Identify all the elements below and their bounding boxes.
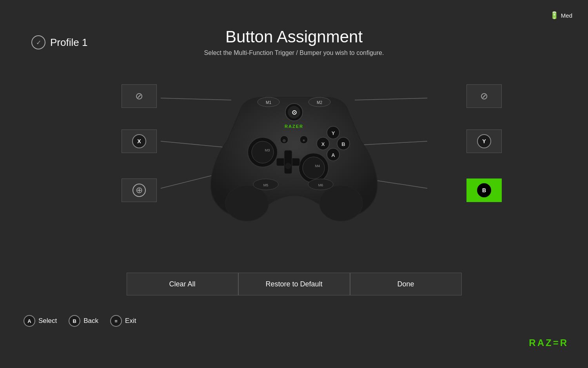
exit-label: Exit (125, 317, 136, 325)
svg-text:X: X (321, 141, 325, 147)
controller-area: ⊙ RAZER M1 M2 M3 M4 M5 (0, 63, 588, 243)
svg-point-19 (303, 157, 325, 179)
svg-point-17 (252, 141, 274, 163)
title-area: Button Assignment Select the Multi-Funct… (0, 27, 588, 56)
main-title: Button Assignment (0, 27, 588, 46)
clear-all-button[interactable]: Clear All (127, 273, 238, 295)
razer-logo: RAZ=R (529, 337, 568, 348)
svg-text:A: A (331, 152, 335, 158)
select-label: Select (38, 317, 57, 325)
svg-text:M5: M5 (263, 183, 269, 187)
nav-back: B Back (69, 315, 98, 327)
a-button-icon: A (24, 315, 35, 327)
svg-text:◎: ◎ (283, 138, 286, 142)
bottom-nav: A Select B Back ≡ Exit (24, 315, 136, 327)
svg-text:M1: M1 (266, 100, 271, 105)
battery-indicator: 🔋 Med (550, 11, 572, 20)
battery-icon: 🔋 (550, 11, 559, 20)
battery-label: Med (561, 12, 572, 19)
svg-point-7 (319, 186, 363, 221)
done-button[interactable]: Done (350, 273, 462, 295)
svg-rect-21 (284, 150, 292, 174)
svg-text:M3: M3 (265, 148, 270, 152)
menu-button-icon: ≡ (110, 315, 122, 327)
svg-point-6 (225, 186, 269, 221)
svg-point-22 (285, 163, 291, 169)
restore-default-button[interactable]: Restore to Default (238, 273, 350, 295)
svg-text:M4: M4 (315, 164, 320, 168)
svg-text:B: B (341, 141, 345, 147)
svg-text:RAZER: RAZER (285, 124, 303, 129)
nav-select: A Select (24, 315, 57, 327)
svg-text:M2: M2 (317, 100, 322, 105)
svg-text:M6: M6 (318, 183, 323, 187)
bottom-buttons: Clear All Restore to Default Done (0, 273, 588, 295)
back-label: Back (83, 317, 98, 325)
nav-exit: ≡ Exit (110, 315, 136, 327)
controller-image: ⊙ RAZER M1 M2 M3 M4 M5 (200, 82, 388, 224)
subtitle: Select the Multi-Function Trigger / Bump… (0, 49, 588, 56)
svg-text:≡: ≡ (303, 138, 305, 142)
svg-text:⊙: ⊙ (292, 109, 297, 116)
b-button-icon: B (69, 315, 80, 327)
svg-text:Y: Y (332, 130, 335, 136)
